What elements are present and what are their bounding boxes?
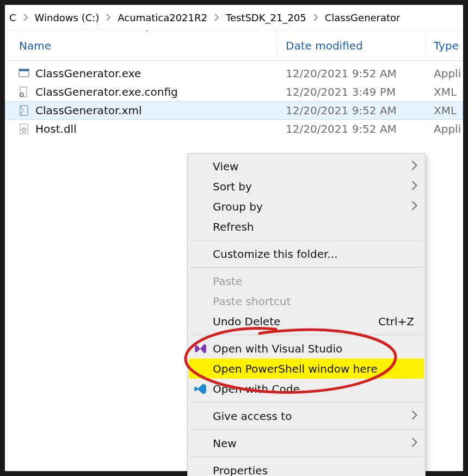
chevron-right-icon <box>411 410 417 423</box>
chevron-right-icon <box>411 437 417 450</box>
menu-item-open-with-code[interactable]: Open with Code <box>189 379 424 399</box>
menu-separator <box>190 402 423 403</box>
menu-label: New <box>213 437 237 450</box>
menu-separator <box>190 456 423 457</box>
menu-item-give-access-to[interactable]: Give access to <box>189 406 424 426</box>
menu-item-paste-shortcut: Paste shortcut <box>189 291 424 311</box>
file-type: XML <box>426 85 457 98</box>
menu-item-customize[interactable]: Customize this folder... <box>189 244 424 264</box>
menu-label: Group by <box>213 200 263 213</box>
menu-label: Paste <box>213 275 242 288</box>
file-date: 12/20/2021 9:52 AM <box>278 67 426 80</box>
breadcrumb-item[interactable]: ClassGenerator <box>322 10 404 26</box>
chevron-right-icon[interactable] <box>310 14 322 21</box>
file-row[interactable]: ClassGenerator.exe 12/20/2021 9:52 AM Ap… <box>5 64 463 83</box>
menu-item-group-by[interactable]: Group by <box>189 196 424 217</box>
breadcrumb-item[interactable]: Acumatica2021R2 <box>114 10 211 26</box>
svg-rect-1 <box>19 69 29 71</box>
column-header-type[interactable]: Type <box>426 30 459 60</box>
menu-label: Undo Delete <box>213 315 280 328</box>
menu-label: Open with Code <box>213 382 300 395</box>
file-name: ClassGenerator.exe <box>35 67 141 80</box>
menu-separator <box>190 429 423 430</box>
visual-studio-icon <box>193 342 207 356</box>
breadcrumb-item[interactable]: TestSDK_21_205 <box>223 10 310 26</box>
menu-label: View <box>213 160 238 173</box>
menu-item-paste: Paste <box>189 271 424 291</box>
file-date: 12/20/2021 3:49 PM <box>278 85 426 98</box>
file-row[interactable]: ClassGenerator.xml 12/20/2021 9:52 AM XM… <box>5 101 463 120</box>
chevron-right-icon <box>411 160 417 173</box>
menu-item-sort-by[interactable]: Sort by <box>189 176 424 196</box>
menu-separator <box>190 267 423 268</box>
config-file-icon <box>18 86 30 98</box>
menu-shortcut: Ctrl+Z <box>378 315 417 328</box>
breadcrumb[interactable]: C Windows (C:) Acumatica2021R2 TestSDK_2… <box>5 5 463 30</box>
menu-item-undo-delete[interactable]: Undo Delete Ctrl+Z <box>189 311 424 331</box>
file-type: XML <box>426 104 457 117</box>
menu-item-refresh[interactable]: Refresh <box>189 217 424 237</box>
menu-item-view[interactable]: View <box>189 156 424 176</box>
menu-separator <box>190 335 423 335</box>
sort-caret-icon: ˄ <box>145 29 149 38</box>
menu-label: Customize this folder... <box>213 248 337 261</box>
menu-item-open-visual-studio[interactable]: Open with Visual Studio <box>189 338 424 358</box>
file-type: Appli <box>426 67 461 80</box>
file-date: 12/20/2021 9:52 AM <box>278 122 426 135</box>
file-date: 12/20/2021 9:52 AM <box>278 104 426 117</box>
menu-label: Properties <box>213 464 268 477</box>
chevron-right-icon[interactable] <box>20 14 32 21</box>
breadcrumb-item[interactable]: Windows (C:) <box>32 10 103 26</box>
menu-item-properties[interactable]: Properties <box>189 460 424 476</box>
vscode-icon <box>193 382 207 396</box>
dll-file-icon <box>18 123 30 135</box>
exe-file-icon <box>18 67 30 79</box>
menu-label: Refresh <box>213 220 254 233</box>
column-header-name[interactable]: Name <box>5 30 278 60</box>
menu-label: Sort by <box>213 180 252 193</box>
menu-label: Open with Visual Studio <box>213 342 342 355</box>
file-row[interactable]: Host.dll 12/20/2021 9:52 AM Appli <box>5 120 463 138</box>
file-name: Host.dll <box>35 122 77 135</box>
file-list: ClassGenerator.exe 12/20/2021 9:52 AM Ap… <box>5 61 463 138</box>
menu-label: Paste shortcut <box>213 295 291 308</box>
file-name: ClassGenerator.xml <box>35 104 142 117</box>
context-menu: View Sort by Group by Refresh Customize … <box>187 153 426 476</box>
breadcrumb-item[interactable]: C <box>6 10 20 26</box>
file-explorer-window: C Windows (C:) Acumatica2021R2 TestSDK_2… <box>5 5 463 471</box>
chevron-right-icon <box>411 180 417 193</box>
chevron-right-icon[interactable] <box>211 14 223 21</box>
menu-item-open-powershell[interactable]: Open PowerShell window here <box>189 358 424 379</box>
chevron-right-icon <box>411 200 417 213</box>
menu-separator <box>190 240 423 240</box>
file-row[interactable]: ClassGenerator.exe.config 12/20/2021 3:4… <box>5 83 463 101</box>
column-headers: ˄ Name Date modified Type <box>5 30 463 61</box>
menu-label: Open PowerShell window here <box>213 362 378 375</box>
menu-item-new[interactable]: New <box>189 433 424 453</box>
chevron-right-icon[interactable] <box>102 14 114 21</box>
xml-file-icon <box>18 104 30 116</box>
menu-label: Give access to <box>213 410 292 423</box>
file-type: Appli <box>426 122 461 135</box>
file-name: ClassGenerator.exe.config <box>35 85 178 98</box>
column-header-date[interactable]: Date modified <box>278 30 426 60</box>
